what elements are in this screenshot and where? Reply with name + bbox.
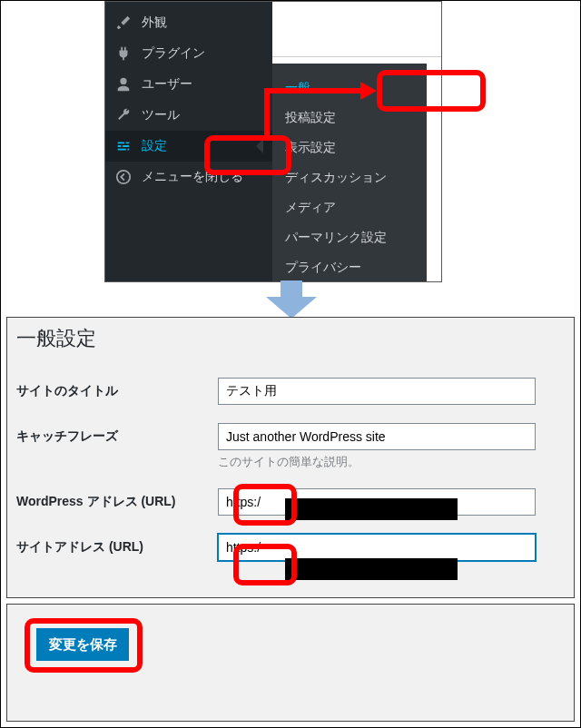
submenu-item-media[interactable]: メディア — [272, 192, 427, 222]
sidebar-item-settings[interactable]: 設定 — [105, 131, 272, 162]
sidebar-item-appearance[interactable]: 外観 — [105, 7, 272, 38]
content-area-placeholder — [272, 2, 441, 57]
sidebar-item-label: 設定 — [142, 138, 167, 154]
label-site-url: サイトアドレス (URL) — [16, 534, 218, 556]
sidebar-item-label: ユーザー — [142, 76, 192, 93]
admin-sidebar-menu: 外観 プラグイン ユーザー ツール 設定 — [105, 2, 272, 192]
label-site-title: サイトのタイトル — [16, 378, 218, 399]
user-icon — [114, 75, 133, 93]
redaction-bar — [285, 498, 458, 520]
submenu-item-general[interactable]: 一般 — [272, 73, 427, 103]
tagline-description: このサイトの簡単な説明。 — [218, 454, 565, 470]
sidebar-item-tools[interactable]: ツール — [105, 100, 272, 131]
sidebar-item-label: メニューを閉じる — [142, 169, 243, 185]
save-button[interactable]: 変更を保存 — [36, 628, 129, 661]
row-site-title: サイトのタイトル — [7, 369, 574, 414]
sidebar-item-label: 外観 — [142, 15, 167, 31]
submenu-item-discussion[interactable]: ディスカッション — [272, 162, 427, 192]
flow-arrow-down-icon — [266, 280, 317, 320]
submenu-item-permalink[interactable]: パーマリンク設定 — [272, 222, 427, 252]
brush-icon — [114, 14, 133, 32]
input-site-title[interactable] — [218, 378, 536, 405]
input-site-url[interactable] — [218, 534, 536, 561]
sidebar-item-collapse[interactable]: メニューを閉じる — [105, 162, 272, 192]
redaction-bar — [285, 558, 458, 580]
row-tagline: キャッチフレーズ このサイトの簡単な説明。 — [7, 414, 574, 479]
svg-point-0 — [117, 171, 130, 183]
flyout-arrow-icon — [256, 139, 263, 153]
sidebar-item-label: プラグイン — [142, 45, 205, 62]
label-tagline: キャッチフレーズ — [16, 423, 218, 445]
page-title: 一般設定 — [16, 325, 574, 352]
general-settings-panel: 一般設定 サイトのタイトル キャッチフレーズ このサイトの簡単な説明。 Word… — [6, 317, 575, 598]
submenu-item-privacy[interactable]: プライバシー — [272, 252, 427, 282]
admin-menu-panel: 外観 プラグイン ユーザー ツール 設定 — [104, 1, 442, 282]
sliders-icon — [114, 137, 133, 155]
label-wp-url: WordPress アドレス (URL) — [16, 488, 218, 510]
submenu-item-writing[interactable]: 投稿設定 — [272, 103, 427, 133]
settings-submenu: 一般 投稿設定 表示設定 ディスカッション メディア パーマリンク設定 プライバ… — [272, 64, 427, 281]
submenu-item-reading[interactable]: 表示設定 — [272, 133, 427, 162]
sidebar-item-plugins[interactable]: プラグイン — [105, 38, 272, 69]
save-panel: 変更を保存 — [6, 604, 575, 722]
collapse-icon — [114, 168, 133, 186]
admin-sidebar: 外観 プラグイン ユーザー ツール 設定 — [105, 2, 272, 281]
sidebar-item-users[interactable]: ユーザー — [105, 69, 272, 100]
sidebar-item-label: ツール — [142, 107, 180, 123]
wrench-icon — [114, 106, 133, 124]
plug-icon — [114, 44, 133, 63]
input-tagline[interactable] — [218, 423, 536, 450]
